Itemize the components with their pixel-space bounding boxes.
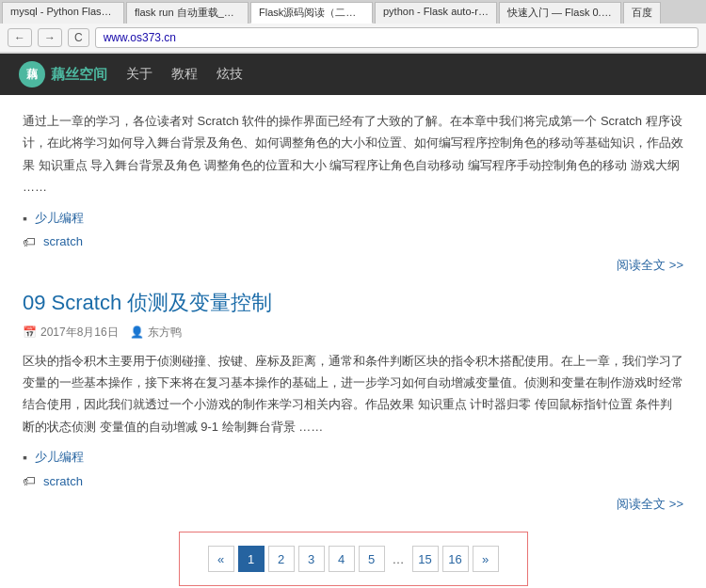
page-16[interactable]: 16 bbox=[442, 546, 469, 572]
article2-read-more-link[interactable]: 阅读全文 >> bbox=[617, 497, 683, 511]
forward-button[interactable]: → bbox=[38, 28, 62, 47]
logo-icon: 藕 bbox=[19, 61, 45, 87]
page-2[interactable]: 2 bbox=[268, 546, 295, 572]
article2-title[interactable]: 09 Scratch 侦测及变量控制 bbox=[23, 289, 683, 317]
tab-1[interactable]: mysql - Python Flask S... bbox=[2, 2, 124, 24]
site-logo[interactable]: 藕 藕丝空间 bbox=[19, 61, 107, 87]
nav-tech[interactable]: 炫技 bbox=[217, 66, 243, 83]
tab-5[interactable]: 快速入门 — Flask 0.10... bbox=[499, 2, 621, 24]
browser-chrome: mysql - Python Flask S... flask run 自动重载… bbox=[0, 0, 706, 54]
tab-2[interactable]: flask run 自动重载_百度搜... bbox=[126, 2, 249, 24]
browser-tabs: mysql - Python Flask S... flask run 自动重载… bbox=[0, 0, 706, 24]
logo-text: 藕丝空间 bbox=[51, 66, 107, 84]
page-ellipsis: … bbox=[389, 552, 409, 566]
main-content: 通过上一章的学习，各位读者对 Scratch 软件的操作界面已经有了大致的了解。… bbox=[0, 95, 706, 588]
article1-tag[interactable]: scratch bbox=[43, 234, 83, 248]
browser-bar: ← → C bbox=[0, 24, 706, 53]
article2-date: 2017年8月16日 bbox=[40, 325, 119, 341]
page-3[interactable]: 3 bbox=[298, 546, 325, 572]
article2-meta: 📅 2017年8月16日 👤 东方鸭 bbox=[23, 325, 683, 341]
article1-category[interactable]: 少儿编程 bbox=[35, 210, 84, 227]
tag-icon: 🏷 bbox=[23, 234, 36, 249]
article1-read-more[interactable]: 阅读全文 >> bbox=[23, 257, 683, 274]
article2-summary: 区块的指令积木主要用于侦测碰撞、按键、座标及距离，通常和条件判断区块的指令积木搭… bbox=[23, 350, 683, 438]
article2-date-item: 📅 2017年8月16日 bbox=[23, 325, 119, 341]
article1-tag-section: 🏷 scratch bbox=[23, 234, 683, 249]
page-5[interactable]: 5 bbox=[359, 546, 385, 572]
nav-tutorial[interactable]: 教程 bbox=[171, 66, 198, 83]
tab-6[interactable]: 百度 bbox=[623, 2, 661, 24]
article2-author-item: 👤 东方鸭 bbox=[130, 325, 182, 341]
article1-category-section: ▪ 少儿编程 bbox=[23, 210, 683, 227]
article1-summary: 通过上一章的学习，各位读者对 Scratch 软件的操作界面已经有了大致的了解。… bbox=[23, 110, 683, 199]
calendar-icon: 📅 bbox=[23, 326, 37, 339]
page-prev[interactable]: « bbox=[208, 546, 234, 572]
article2-category-section: ▪ 少儿编程 bbox=[23, 449, 683, 466]
reload-button[interactable]: C bbox=[68, 28, 89, 47]
page-4[interactable]: 4 bbox=[329, 546, 355, 572]
tab-3[interactable]: Flask源码阅读（二）-... bbox=[250, 2, 373, 24]
page-next[interactable]: » bbox=[473, 546, 499, 572]
page-1[interactable]: 1 bbox=[238, 546, 265, 572]
tab-4[interactable]: python - Flask auto-re... bbox=[375, 2, 497, 24]
article2-tag-section: 🏷 scratch bbox=[23, 473, 683, 488]
site-nav: 藕 藕丝空间 关于 教程 炫技 bbox=[0, 54, 706, 95]
article1-read-more-link[interactable]: 阅读全文 >> bbox=[617, 258, 683, 272]
category-icon2: ▪ bbox=[23, 450, 27, 465]
pagination-box: « 1 2 3 4 5 … 15 16 » bbox=[179, 532, 528, 586]
tag-icon2: 🏷 bbox=[23, 473, 36, 488]
back-button[interactable]: ← bbox=[8, 28, 32, 47]
article2-category[interactable]: 少儿编程 bbox=[35, 449, 84, 466]
pagination-wrap: « 1 2 3 4 5 … 15 16 » bbox=[23, 532, 683, 586]
page-15[interactable]: 15 bbox=[412, 546, 439, 572]
article2-author: 东方鸭 bbox=[148, 325, 182, 341]
article2-tag[interactable]: scratch bbox=[43, 474, 83, 488]
category-icon: ▪ bbox=[23, 211, 27, 226]
article2-read-more[interactable]: 阅读全文 >> bbox=[23, 496, 683, 513]
author-icon: 👤 bbox=[130, 326, 144, 339]
nav-about[interactable]: 关于 bbox=[126, 66, 152, 83]
url-bar[interactable] bbox=[95, 27, 698, 48]
